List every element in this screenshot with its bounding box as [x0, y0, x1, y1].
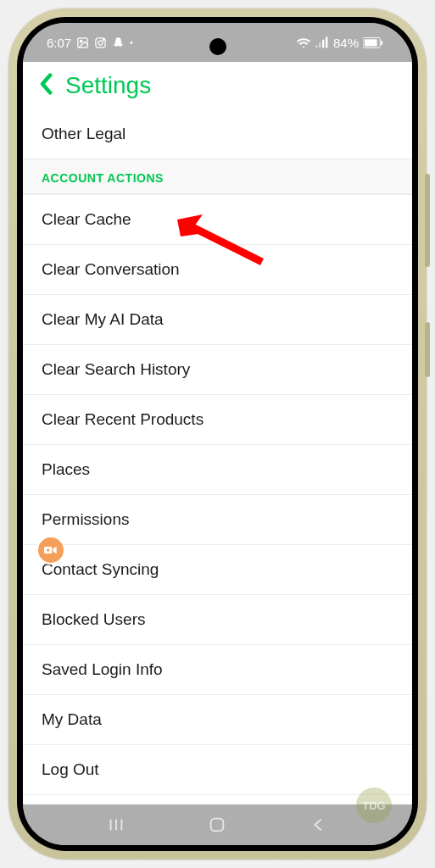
row-my-data[interactable]: My Data [23, 694, 412, 744]
svg-rect-8 [326, 37, 327, 48]
app-content: Settings Other Legal ACCOUNT ACTIONS Cle… [23, 62, 412, 804]
row-label: Contact Syncing [42, 560, 159, 578]
row-label: Clear Search History [42, 360, 190, 378]
snapchat-icon [112, 36, 125, 49]
svg-rect-15 [211, 819, 224, 832]
svg-rect-5 [315, 45, 317, 47]
row-blocked-users[interactable]: Blocked Users [23, 594, 412, 644]
svg-point-4 [103, 39, 104, 40]
dot-icon: • [130, 38, 133, 47]
screen-record-bubble[interactable] [36, 536, 65, 565]
row-contact-syncing[interactable]: Contact Syncing [23, 544, 412, 594]
row-label: Clear Cache [42, 210, 131, 228]
app-version-footer: Snapchat v12.73.0.40 Made in Los Angeles [23, 794, 412, 804]
back-nav-button[interactable] [310, 815, 328, 834]
camera-hole [209, 38, 226, 55]
row-permissions[interactable]: Permissions [23, 494, 412, 544]
status-time: 6:07 [47, 36, 71, 50]
svg-point-17 [47, 548, 49, 551]
row-clear-my-ai-data[interactable]: Clear My AI Data [23, 294, 412, 344]
row-places[interactable]: Places [23, 444, 412, 494]
row-clear-cache[interactable]: Clear Cache [23, 194, 412, 244]
section-account-actions: ACCOUNT ACTIONS [23, 159, 412, 194]
home-button[interactable] [208, 815, 226, 834]
svg-point-3 [98, 41, 103, 45]
gallery-icon [76, 36, 89, 49]
svg-rect-6 [319, 42, 321, 47]
row-label: Clear Recent Products [42, 410, 204, 428]
screen: 6:07 • [23, 23, 412, 845]
page-title: Settings [65, 72, 151, 99]
wifi-icon [296, 36, 311, 48]
svg-point-1 [81, 40, 83, 42]
row-label: Clear My AI Data [42, 310, 164, 328]
recents-button[interactable] [107, 815, 125, 834]
phone-bezel: 6:07 • [17, 17, 418, 851]
volume-button [425, 174, 430, 267]
status-left: 6:07 • [47, 36, 133, 50]
phone-frame: 6:07 • [8, 8, 427, 860]
row-label: Clear Conversation [42, 260, 180, 278]
watermark-badge: TDG [356, 787, 392, 823]
battery-percent: 84% [333, 36, 359, 50]
svg-rect-7 [322, 40, 324, 48]
row-clear-search-history[interactable]: Clear Search History [23, 344, 412, 394]
row-label: Other Legal [42, 125, 125, 142]
row-label: My Data [42, 710, 102, 728]
row-label: Permissions [42, 510, 129, 528]
status-right: 84% [296, 36, 383, 50]
watermark-text: TDG [362, 799, 385, 812]
settings-header: Settings [23, 62, 412, 109]
battery-icon [363, 37, 383, 48]
row-clear-recent-products[interactable]: Clear Recent Products [23, 394, 412, 444]
row-label: Places [42, 460, 90, 478]
row-log-out[interactable]: Log Out [23, 744, 412, 794]
row-label: Blocked Users [42, 610, 146, 628]
instagram-icon [94, 36, 107, 49]
back-button[interactable] [35, 73, 57, 99]
row-clear-conversation[interactable]: Clear Conversation [23, 244, 412, 294]
row-saved-login-info[interactable]: Saved Login Info [23, 644, 412, 694]
svg-rect-11 [381, 41, 382, 45]
signal-icon [315, 36, 329, 48]
power-button [425, 322, 430, 377]
row-other-legal[interactable]: Other Legal [23, 109, 412, 159]
row-label: Log Out [42, 760, 99, 778]
settings-list[interactable]: Other Legal ACCOUNT ACTIONS Clear Cache … [23, 109, 412, 804]
row-label: Saved Login Info [42, 660, 163, 678]
svg-rect-10 [365, 39, 377, 46]
android-nav-bar [23, 804, 412, 845]
